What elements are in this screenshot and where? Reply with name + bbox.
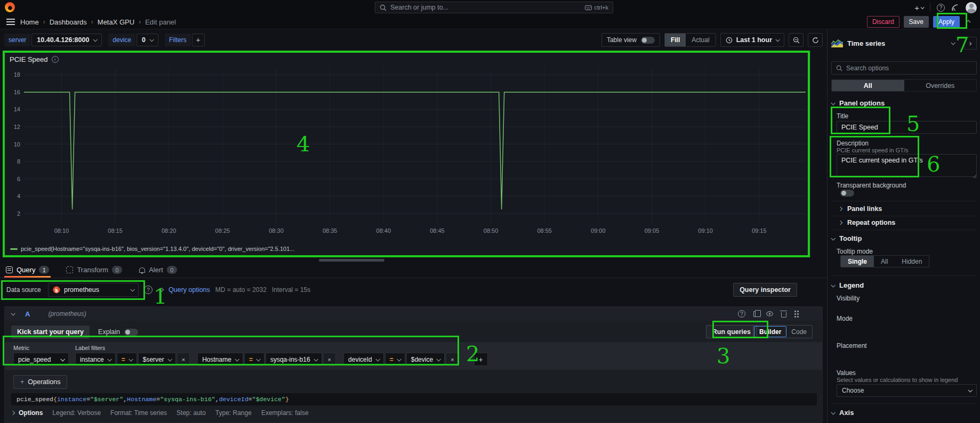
query-inspector-button[interactable]: Query inspector: [733, 283, 797, 297]
chart-legend[interactable]: pcie_speed{Hostname="sysqa-ins-b16", bio…: [10, 246, 294, 252]
tooltip-mode-hidden[interactable]: Hidden: [895, 256, 929, 267]
filter-remove-button[interactable]: ×: [323, 353, 336, 366]
kick-start-query-button[interactable]: Kick start your query: [11, 326, 90, 339]
variable-device-select[interactable]: 0: [136, 34, 158, 46]
table-view-toggle[interactable]: [641, 37, 655, 44]
visualization-picker[interactable]: Time series ›: [831, 36, 977, 51]
hide-query-icon[interactable]: [766, 311, 773, 318]
news-icon[interactable]: [951, 4, 959, 12]
menu-icon[interactable]: [6, 19, 15, 25]
tooltip-mode-all[interactable]: All: [874, 256, 895, 267]
search-options-input[interactable]: Search options: [831, 61, 977, 75]
svg-text:08:30: 08:30: [269, 227, 284, 234]
filter-key-select[interactable]: instance: [75, 353, 116, 366]
filter-key-select[interactable]: deviceId: [343, 353, 384, 366]
grafana-logo-icon[interactable]: [5, 2, 15, 12]
variable-server-label: server: [4, 34, 30, 46]
values-helper-text: Select values or calculations to show in…: [837, 377, 980, 383]
breadcrumb-item-home[interactable]: Home: [20, 18, 39, 26]
chevron-down-icon: [256, 357, 260, 361]
fill-option[interactable]: Fill: [665, 34, 686, 46]
tab-alert[interactable]: Alert 0: [138, 263, 179, 276]
refresh-button[interactable]: [808, 33, 823, 47]
actual-option[interactable]: Actual: [686, 34, 715, 46]
legend-values-select[interactable]: Choose: [837, 384, 977, 397]
filter-remove-button[interactable]: ×: [177, 353, 190, 366]
global-search-input[interactable]: Search or jump to... ctrl+k: [375, 2, 613, 13]
datasource-label: Data source: [6, 286, 43, 294]
explain-toggle[interactable]: [124, 329, 138, 336]
add-filter-button[interactable]: +: [192, 34, 205, 46]
query-options-link[interactable]: Query options: [168, 286, 210, 294]
filter-key-select[interactable]: Hostname: [197, 353, 243, 366]
section-legend[interactable]: Legend: [831, 281, 977, 289]
breadcrumb-item-edit-panel: Edit panel: [145, 18, 176, 26]
pane-resize-handle[interactable]: [319, 259, 384, 262]
section-tooltip[interactable]: Tooltip: [831, 234, 977, 242]
info-icon[interactable]: i: [52, 56, 59, 63]
run-queries-button[interactable]: Run queries: [706, 325, 757, 338]
filter-remove-button[interactable]: ×: [446, 353, 459, 366]
filter-value-select[interactable]: $server: [138, 353, 176, 366]
apply-button[interactable]: Apply: [933, 16, 960, 28]
breadcrumb-item-metax-gpu[interactable]: MetaX GPU: [98, 18, 134, 26]
chevron-down-icon: [831, 236, 835, 240]
description-field-label: Description: [837, 140, 980, 147]
tab-transform[interactable]: Transform 0: [65, 263, 124, 276]
chevron-down-icon[interactable]: [11, 311, 15, 315]
time-range-picker[interactable]: Last 1 hour: [720, 33, 784, 47]
filter-operator-select[interactable]: =: [117, 353, 137, 366]
section-panel-options[interactable]: Panel options: [831, 99, 977, 107]
tab-overrides[interactable]: Overrides: [904, 80, 977, 91]
expr-token: =: [248, 396, 252, 403]
duplicate-query-icon[interactable]: [752, 311, 759, 318]
drag-handle-icon[interactable]: [794, 310, 799, 318]
divider: [831, 216, 977, 216]
filter-value-select[interactable]: $device: [406, 353, 445, 366]
help-icon[interactable]: ?: [937, 4, 945, 12]
plus-icon: +: [20, 378, 24, 386]
tooltip-mode-single[interactable]: Single: [841, 256, 874, 267]
filter-operator-select[interactable]: =: [244, 353, 264, 366]
panel-title-input[interactable]: [837, 121, 977, 134]
tab-all[interactable]: All: [832, 80, 904, 91]
collapse-icon[interactable]: [966, 20, 970, 24]
variable-server-select[interactable]: 10.40.4.126:8000: [31, 34, 102, 46]
transparent-background-toggle[interactable]: [840, 190, 854, 197]
query-help-icon[interactable]: ?: [738, 310, 745, 318]
zoom-out-button[interactable]: [789, 33, 804, 47]
query-row-header[interactable]: A (prometheus) ?: [5, 307, 822, 321]
datasource-select[interactable]: prometheus: [48, 283, 139, 297]
add-operations-button[interactable]: + Operations: [13, 375, 67, 389]
svg-text:09:15: 09:15: [752, 227, 767, 234]
save-button[interactable]: Save: [904, 16, 929, 28]
svg-text:16: 16: [14, 89, 20, 95]
discard-button[interactable]: Discard: [867, 16, 899, 28]
breadcrumb-separator: ›: [139, 18, 141, 26]
datasource-help-icon[interactable]: ?: [144, 286, 152, 294]
code-option[interactable]: Code: [786, 328, 812, 336]
chevron-right-icon[interactable]: [159, 288, 164, 292]
user-avatar[interactable]: [966, 2, 977, 13]
options-meta-item: Type: Range: [215, 409, 252, 417]
time-series-chart[interactable]: 2468101214161808:1008:1508:2008:2508:300…: [8, 64, 808, 246]
panel-description-textarea[interactable]: PCIE current speed in GT/s: [837, 154, 977, 177]
add-label-filter-button[interactable]: +: [474, 353, 488, 366]
divider: [831, 275, 977, 276]
tab-query[interactable]: Query 1: [4, 263, 51, 276]
repeat-options-section[interactable]: Repeat options: [839, 219, 980, 226]
options-collapse[interactable]: Options: [11, 409, 43, 417]
add-menu-button[interactable]: +: [914, 3, 923, 12]
breadcrumb-item-dashboards[interactable]: Dashboards: [50, 18, 87, 26]
section-axis[interactable]: Axis: [831, 409, 977, 417]
delete-query-icon[interactable]: [780, 311, 787, 318]
chevron-down-icon[interactable]: [951, 40, 955, 45]
builder-option[interactable]: Builder: [754, 326, 786, 337]
metric-select[interactable]: pcie_speed: [13, 353, 69, 366]
table-view-toggle-wrap: Table view: [601, 33, 660, 47]
values-label: Values: [837, 369, 980, 377]
filter-operator-select[interactable]: =: [385, 353, 405, 366]
filter-value-select[interactable]: sysqa-ins-b16: [266, 353, 322, 366]
panel-links-section[interactable]: Panel links: [839, 205, 980, 213]
collapse-pane-button[interactable]: ›: [964, 37, 977, 50]
